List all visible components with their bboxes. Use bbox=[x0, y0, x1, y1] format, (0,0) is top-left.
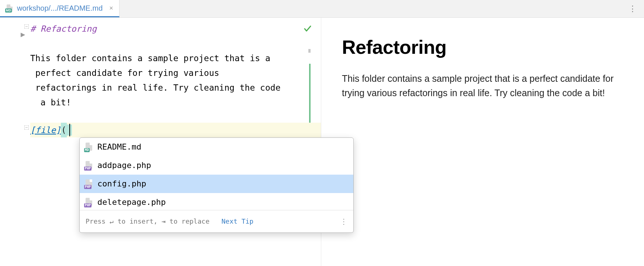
editor-gutter: ▶ bbox=[0, 18, 30, 266]
completion-item-label: deletepage.php bbox=[97, 195, 166, 210]
run-arrow-icon[interactable]: ▶ bbox=[21, 31, 25, 38]
editor-content[interactable]: # Refactoring This folder contains a sam… bbox=[30, 18, 321, 266]
change-marker bbox=[308, 49, 311, 53]
file-icon: MD bbox=[85, 143, 93, 151]
preview-heading: Refactoring bbox=[342, 36, 623, 58]
text-caret bbox=[67, 125, 72, 136]
current-line-highlight bbox=[30, 123, 321, 137]
file-icon: PHP bbox=[85, 198, 93, 207]
paragraph-line: a bit! bbox=[30, 95, 321, 110]
main-split: ▶ # Refactoring This folder contains a s… bbox=[0, 18, 644, 266]
next-tip-link[interactable]: Next Tip bbox=[222, 217, 254, 225]
editor-pane: ▶ # Refactoring This folder contains a s… bbox=[0, 18, 321, 266]
paragraph-line: refactorings in real life. Try cleaning … bbox=[30, 80, 321, 95]
blank-line bbox=[30, 36, 321, 51]
markdown-file-icon: MD bbox=[6, 4, 13, 12]
completion-item[interactable]: PHPconfig.php bbox=[80, 175, 353, 193]
paren-open: ( bbox=[61, 123, 67, 137]
completion-item[interactable]: MDREADME.md bbox=[80, 138, 353, 156]
completion-options-icon[interactable]: ⋮ bbox=[340, 214, 347, 229]
file-icon: PHP bbox=[85, 161, 93, 170]
completion-hint-bar: Press ↵ to insert, ⇥ to replace Next Tip… bbox=[80, 210, 353, 232]
completion-popup: MDREADME.mdPHPaddpage.phpPHPconfig.phpPH… bbox=[79, 137, 354, 233]
file-icon: PHP bbox=[85, 179, 93, 188]
preview-paragraph: This folder contains a sample project th… bbox=[342, 71, 623, 100]
completion-list: MDREADME.mdPHPaddpage.phpPHPconfig.phpPH… bbox=[80, 138, 353, 210]
fold-icon[interactable] bbox=[24, 125, 29, 131]
completion-item-label: addpage.php bbox=[97, 158, 151, 173]
file-tab[interactable]: MD workshop/.../README.md × bbox=[0, 0, 120, 17]
completion-item-label: config.php bbox=[97, 176, 146, 191]
markdown-preview-pane: Refactoring This folder contains a sampl… bbox=[321, 18, 644, 266]
paragraph-line: This folder contains a sample project th… bbox=[30, 51, 321, 66]
tab-label: workshop/.../README.md bbox=[17, 4, 103, 13]
completion-item[interactable]: PHPdeletepage.php bbox=[80, 193, 353, 210]
fold-icon[interactable] bbox=[24, 24, 29, 30]
tab-options-icon[interactable]: ⋮ bbox=[621, 0, 644, 17]
completion-item[interactable]: PHPaddpage.php bbox=[80, 156, 353, 175]
markdown-link-line: [file]() bbox=[30, 123, 72, 137]
completion-hint-text: Press ↵ to insert, ⇥ to replace Next Tip bbox=[86, 214, 253, 229]
paragraph-line: perfect candidate for trying various bbox=[30, 66, 321, 80]
inspection-ok-icon[interactable] bbox=[303, 23, 312, 38]
markdown-link-text: [file] bbox=[30, 123, 61, 137]
completion-item-label: README.md bbox=[97, 140, 141, 154]
tab-bar: MD workshop/.../README.md × ⋮ bbox=[0, 0, 644, 18]
close-icon[interactable]: × bbox=[109, 4, 113, 12]
markdown-heading: # Refactoring bbox=[30, 21, 321, 36]
